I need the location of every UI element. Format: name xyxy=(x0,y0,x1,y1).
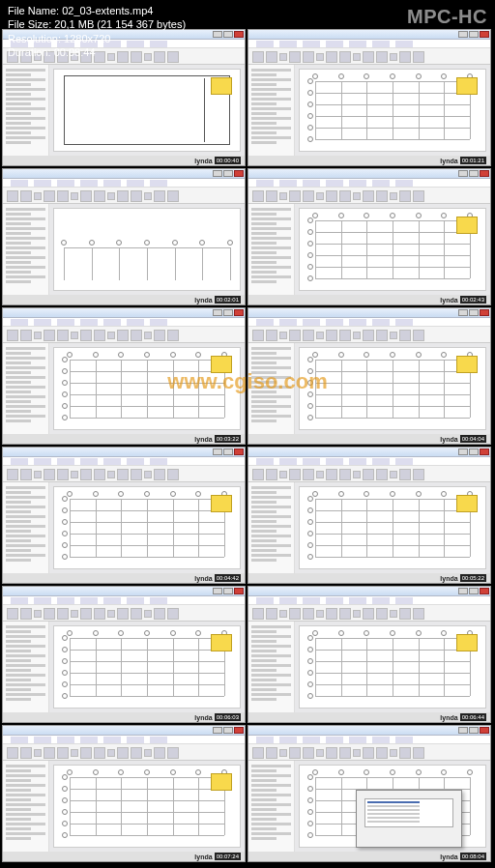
properties-panel[interactable] xyxy=(3,343,49,434)
ribbon-tool[interactable] xyxy=(266,469,277,480)
ribbon-tool[interactable] xyxy=(44,190,55,202)
ribbon-tab[interactable] xyxy=(326,737,343,743)
ribbon-tool[interactable] xyxy=(339,190,351,202)
ribbon-tool[interactable] xyxy=(353,471,361,478)
ribbon-tool[interactable] xyxy=(167,469,179,480)
ribbon-tool[interactable] xyxy=(303,330,314,341)
drawing-canvas[interactable] xyxy=(53,765,241,848)
drawing-canvas[interactable] xyxy=(53,347,241,430)
ribbon-tab[interactable] xyxy=(57,319,74,326)
maximize-button[interactable] xyxy=(223,588,233,594)
ribbon-tool[interactable] xyxy=(94,330,105,341)
ribbon-tool[interactable] xyxy=(390,471,397,478)
ribbon-tab[interactable] xyxy=(372,319,390,326)
ribbon-tab[interactable] xyxy=(349,737,366,743)
ribbon-tool[interactable] xyxy=(34,192,42,200)
ribbon-tool[interactable] xyxy=(316,749,324,757)
ribbon-tool[interactable] xyxy=(376,608,388,620)
ribbon-tool[interactable] xyxy=(413,330,424,341)
ribbon-tool[interactable] xyxy=(117,330,129,341)
ribbon-tool[interactable] xyxy=(154,608,165,620)
ribbon-tool[interactable] xyxy=(316,610,324,618)
ribbon-tab[interactable] xyxy=(395,737,413,743)
ribbon-tool[interactable] xyxy=(252,330,264,341)
ribbon-tool[interactable] xyxy=(80,330,92,341)
ribbon-tab[interactable] xyxy=(349,597,366,604)
ribbon-tab[interactable] xyxy=(57,737,74,743)
ribbon-tool[interactable] xyxy=(316,332,324,339)
ribbon-tab[interactable] xyxy=(256,180,274,187)
ribbon-tab[interactable] xyxy=(80,597,98,604)
ribbon-tool[interactable] xyxy=(44,747,55,759)
properties-panel[interactable] xyxy=(3,622,49,712)
ribbon-tab[interactable] xyxy=(256,458,274,465)
close-button[interactable] xyxy=(480,170,489,177)
ribbon-tab[interactable] xyxy=(326,180,343,187)
thumbnail[interactable]: lynda00:05:22 xyxy=(248,447,491,584)
ribbon-tab[interactable] xyxy=(103,737,121,743)
ribbon-tab[interactable] xyxy=(349,319,366,326)
ribbon-tab[interactable] xyxy=(372,458,390,465)
minimize-button[interactable] xyxy=(213,170,222,177)
ribbon-tab[interactable] xyxy=(279,319,297,326)
ribbon-tool[interactable] xyxy=(413,747,424,759)
ribbon-tool[interactable] xyxy=(80,747,92,759)
ribbon-tool[interactable] xyxy=(289,330,301,341)
ribbon-tool[interactable] xyxy=(94,469,105,480)
minimize-button[interactable] xyxy=(458,170,468,177)
ribbon-tab[interactable] xyxy=(256,597,274,604)
close-button[interactable] xyxy=(480,448,489,455)
ribbon-tool[interactable] xyxy=(167,190,179,202)
maximize-button[interactable] xyxy=(223,309,233,316)
ribbon-tool[interactable] xyxy=(144,610,152,618)
ribbon-tool[interactable] xyxy=(107,610,115,618)
ribbon-tool[interactable] xyxy=(339,608,351,620)
ribbon-tool[interactable] xyxy=(252,190,264,202)
ribbon-tool[interactable] xyxy=(131,330,142,341)
ribbon-tool[interactable] xyxy=(363,469,374,480)
ribbon-tab[interactable] xyxy=(372,180,390,187)
ribbon-tab[interactable] xyxy=(57,180,74,187)
ribbon-tab[interactable] xyxy=(349,458,366,465)
ribbon-tool[interactable] xyxy=(7,608,18,620)
ribbon-tool[interactable] xyxy=(107,332,115,339)
ribbon-tool[interactable] xyxy=(390,332,397,339)
ribbon-tab[interactable] xyxy=(372,737,390,743)
drawing-canvas[interactable] xyxy=(299,208,486,291)
properties-panel[interactable] xyxy=(248,204,295,295)
ribbon-tool[interactable] xyxy=(20,747,32,759)
ribbon-tab[interactable] xyxy=(57,597,74,604)
ribbon-tab[interactable] xyxy=(326,458,343,465)
close-button[interactable] xyxy=(480,309,489,316)
ribbon-tool[interactable] xyxy=(44,608,55,620)
ribbon-tool[interactable] xyxy=(363,608,374,620)
thumbnail[interactable]: lynda00:08:04 xyxy=(248,725,491,862)
ribbon-tool[interactable] xyxy=(303,747,314,759)
ribbon-tool[interactable] xyxy=(353,332,361,339)
ribbon-tool[interactable] xyxy=(339,330,351,341)
ribbon-tool[interactable] xyxy=(131,469,142,480)
ribbon-tool[interactable] xyxy=(44,469,55,480)
ribbon-tab[interactable] xyxy=(150,180,167,187)
ribbon-tool[interactable] xyxy=(117,608,129,620)
ribbon-tab[interactable] xyxy=(34,180,51,187)
minimize-button[interactable] xyxy=(458,448,468,455)
ribbon-tool[interactable] xyxy=(316,192,324,200)
ribbon-tool[interactable] xyxy=(94,608,105,620)
ribbon-tab[interactable] xyxy=(279,597,297,604)
ribbon-tool[interactable] xyxy=(399,608,411,620)
ribbon-tab[interactable] xyxy=(395,458,413,465)
ribbon-tool[interactable] xyxy=(399,469,411,480)
ribbon-tab[interactable] xyxy=(80,319,98,326)
ribbon-tool[interactable] xyxy=(279,192,287,200)
ribbon-tool[interactable] xyxy=(131,190,142,202)
properties-panel[interactable] xyxy=(248,65,295,156)
maximize-button[interactable] xyxy=(469,588,479,594)
ribbon-tool[interactable] xyxy=(34,610,42,618)
ribbon-tab[interactable] xyxy=(395,597,413,604)
ribbon-tab[interactable] xyxy=(11,597,28,604)
ribbon-tool[interactable] xyxy=(252,469,264,480)
ribbon-tool[interactable] xyxy=(80,608,92,620)
ribbon-tool[interactable] xyxy=(131,608,142,620)
ribbon-tool[interactable] xyxy=(376,469,388,480)
